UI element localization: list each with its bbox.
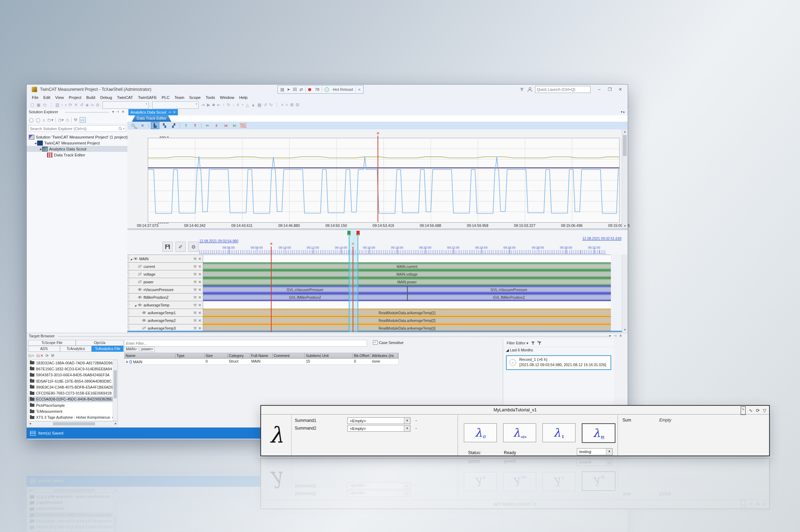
remove-track-icon[interactable]: ✕ [198,303,201,308]
chart-view-button[interactable]: ▙ [151,122,159,129]
redo-icon[interactable]: ⟳ [756,406,760,415]
drag-handle[interactable] [127,278,129,286]
track-bar-area[interactable]: ReadModuleData.arAverageTemp[2] [203,317,611,324]
menu-item-twinsafe[interactable]: TwinSAFE [135,95,159,100]
column-header-comment[interactable]: Comment [273,353,305,358]
solution-explorer-header[interactable]: Solution Explorer ▾ ⊣ ✕ [27,109,127,116]
toolbar-icon-6[interactable]: ▪ [65,102,66,107]
scroll-thumb[interactable] [623,135,627,156]
wrench-icon[interactable]: ⚒ [193,280,197,284]
remove-folder-icon[interactable]: 🗀✕ [36,353,43,358]
track-bottom-splitter[interactable] [127,331,622,332]
chart-vertical-scrollbar[interactable]: ▲ ▼ [622,129,628,228]
config-combobox[interactable] [102,101,149,109]
curve-icon[interactable]: ∿ [749,406,753,415]
chart-zoom-button[interactable]: ▞ [170,122,178,129]
chart-time-cursor[interactable] [378,136,378,222]
remove-track-icon[interactable]: ✕ [198,264,201,269]
lambda-code-icon[interactable]: λ</> [503,423,536,442]
input-select-2[interactable]: <Empty>▾ [347,425,411,432]
toolbar-icon-b18[interactable]: ⊞ [296,102,299,107]
scroll-right-icon[interactable]: ▶ [115,422,117,425]
back-icon[interactable]: ◯ [29,117,33,122]
toolbar-icon-0[interactable]: ▢ [31,102,34,107]
record-end-label[interactable]: 12.08.2021 09:32:51.639 [582,237,621,241]
record-card[interactable]: ⌄ Record_1 (>6 h) [2021-08-12 09:03:54.9… [506,355,611,370]
toolbar-icon-8[interactable]: ✕ [74,102,78,107]
remove-track-icon[interactable]: ✕ [198,272,201,277]
remove-track-icon[interactable]: ✕ [198,257,201,261]
timeline-ruler[interactable] [199,250,606,254]
list-item[interactable]: B67E156C-1832-9CD3-E4C9-514E85EE8A94 [28,366,118,372]
settings-wrench-icon[interactable]: ⚒ [51,353,54,358]
list-vertical-scrollbar[interactable] [113,360,118,421]
toolbar-icon-7[interactable]: ⟳ [69,102,72,107]
track-bar-area[interactable]: MAIN.voltage [203,270,611,278]
column-header-name[interactable]: Name [125,353,175,358]
signal-box-icon[interactable]: ∿ [741,406,746,415]
home-icon[interactable]: ⌂ [42,117,45,122]
track-label-cell[interactable]: nVacuumPressure⚒✕ [127,286,203,294]
error-count[interactable]: 78 [315,87,319,92]
platform-combobox[interactable] [152,101,199,109]
notifications-funnel-icon[interactable]: ∇ [521,87,523,92]
arrange-icon[interactable]: ⇄ [299,87,303,92]
toolbar-icon-b4[interactable]: ↑ [222,102,225,107]
cell-name[interactable]: ⊞{}MAIN [125,359,175,364]
timeline-cursor-handle-icon[interactable]: ✕ [269,242,273,246]
tree-item-solution-twincat-measurement-project-1-project-[interactable]: Solution 'TwinCAT Measurement Project' (… [27,134,127,140]
toolbar-icon-2[interactable]: 🗀 [43,102,47,107]
selection-cursor[interactable] [353,247,353,332]
case-sensitive-option[interactable]: ✓ Case Sensitive [373,340,404,345]
funnel-icon[interactable]: ▽ [763,406,766,415]
wrench-icon[interactable]: ⚒ [193,288,197,292]
tab-ads[interactable]: ADS [28,346,60,352]
toolbar-icon-10[interactable]: ◈ [86,102,89,107]
cut-track-button[interactable]: ✂ [204,122,211,129]
chevron-down-icon[interactable]: ▾ [404,418,410,424]
remove-track-icon[interactable]: ✕ [198,295,201,300]
remove-track-icon[interactable]: ✕ [198,288,201,292]
track-bar-area[interactable]: MAIN.current [203,263,611,270]
track-label-cell[interactable]: arAverageTemp2⚒✕ [127,317,203,324]
menu-item-edit[interactable]: Edit [41,95,53,100]
column-header-full-name[interactable]: Full-Name [250,353,273,358]
track-label-cell[interactable]: ◢arAverageTemp⚒✕ [127,301,203,309]
expand-plus-icon[interactable]: ⊞ [126,360,128,364]
tree-item-analytics-data-scout[interactable]: ◢Analytics Data Scout [27,146,127,152]
breadcrumb-power[interactable]: power> [140,346,155,352]
properties-wrench-icon[interactable]: ⚒ [74,117,78,122]
window-position-icon[interactable]: ▾ [112,110,114,114]
expander-icon[interactable]: ◢ [134,304,137,307]
eye-hidden-icon[interactable] [138,264,142,269]
wrench-icon[interactable]: ⚒ [193,257,197,261]
eye-visible-icon[interactable] [142,318,146,323]
input-select-1[interactable]: <Empty>▾ [347,417,411,424]
toolbar-icon-b16[interactable]: ⌗ [286,102,288,107]
feedback-person-icon[interactable] [527,87,532,92]
add-marker-button[interactable]: Ŧ [182,122,190,129]
tab-tcanalytics[interactable]: TcAnalytics [60,346,92,352]
remove-track-icon[interactable]: ✕ [198,318,201,323]
set-end-marker-button[interactable]: ⋉ [231,122,239,129]
column-header-category[interactable]: Category [228,353,250,358]
scroll-thumb[interactable] [114,370,117,398]
menu-item-help[interactable]: Help [237,95,250,100]
toolbar-icon-b1[interactable]: ▶ [207,102,210,107]
scroll-down-icon[interactable]: ▼ [622,224,628,228]
menu-item-project[interactable]: Project [66,95,84,100]
solution-search-box[interactable]: ▾ [28,125,126,132]
drag-handle[interactable] [127,301,129,309]
menu-item-view[interactable]: View [53,95,66,100]
toolbar-icon-b15[interactable]: ⌖ [281,102,284,107]
menu-item-tools[interactable]: Tools [203,95,218,100]
track-bar-area[interactable]: ReadModuleData.arAverageTemp[1] [203,309,611,317]
track-vertical-scrollbar[interactable]: ▼ [622,255,628,332]
menu-item-team[interactable]: Team [172,95,187,100]
track-bar-area[interactable] [203,255,611,263]
menu-item-window[interactable]: Window [218,95,237,100]
drag-handle[interactable] [127,317,129,324]
track-label-cell[interactable]: current⚒✕ [127,263,203,270]
expander-icon[interactable]: ◢ [34,142,37,144]
remove-track-icon[interactable]: ✕ [198,326,201,331]
